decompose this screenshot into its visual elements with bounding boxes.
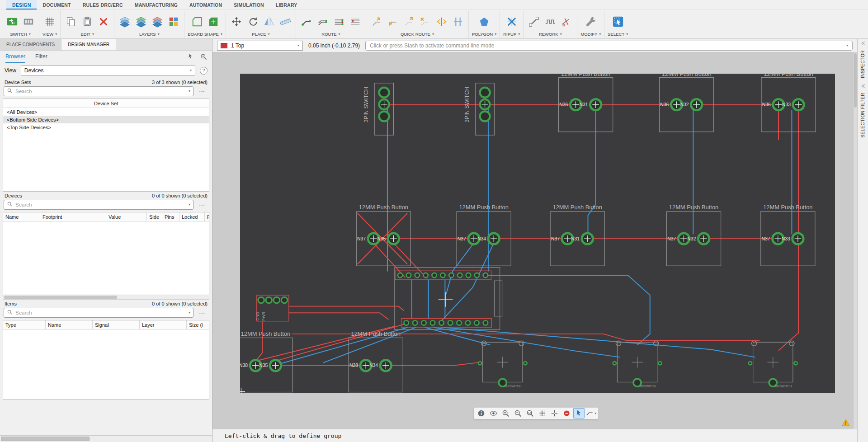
view-select[interactable]: Devices ▾ xyxy=(21,66,195,75)
column-header-side[interactable]: Side xyxy=(147,212,162,221)
quick-route-button[interactable] xyxy=(369,14,384,29)
copy-button[interactable] xyxy=(64,14,78,29)
remove-button[interactable] xyxy=(561,408,572,418)
ruler-button[interactable] xyxy=(278,14,292,29)
polygon-button[interactable] xyxy=(477,14,491,29)
route-button[interactable] xyxy=(299,14,314,29)
zoom-in-button[interactable] xyxy=(500,408,511,418)
unroute-button[interactable] xyxy=(402,14,416,29)
column-header-size-i[interactable]: Size (i xyxy=(187,320,209,329)
device-set-row[interactable]: <All Devices> xyxy=(3,108,209,116)
select-cursor-button[interactable] xyxy=(573,408,585,418)
mirror-button[interactable] xyxy=(262,14,276,29)
crosshair-button[interactable] xyxy=(549,408,560,418)
modify-dropdown-label[interactable]: MODIFY▾ xyxy=(580,32,601,37)
highlight-in-canvas-button[interactable] xyxy=(186,52,196,61)
rework-dropdown-label[interactable]: REWORK▾ xyxy=(539,32,562,37)
menu-item-rules-drc-erc[interactable]: RULES DRC/ERC xyxy=(77,0,129,9)
info-button[interactable] xyxy=(476,408,487,418)
rail-tab-inspector[interactable]: INSPECTOR xyxy=(860,40,866,78)
select-button[interactable] xyxy=(611,14,625,29)
move-button[interactable] xyxy=(229,14,244,29)
board-switch-button[interactable] xyxy=(5,14,19,29)
quick-route-dropdown-label[interactable]: QUICK ROUTE▾ xyxy=(401,32,434,37)
menu-item-simulation[interactable]: SIMULATION xyxy=(228,0,270,9)
view-dropdown-label[interactable]: VIEW▾ xyxy=(42,32,57,37)
delete-button[interactable] xyxy=(96,14,111,29)
command-line-input[interactable]: Click or press Slash to activate command… xyxy=(365,41,853,51)
layer-stack2-button[interactable] xyxy=(134,14,148,29)
zoom-out-button[interactable] xyxy=(512,408,524,418)
warning-badge[interactable] xyxy=(842,419,850,426)
rework-cut-button[interactable] xyxy=(559,14,574,29)
layer-stack-button[interactable] xyxy=(118,14,132,29)
device-sets-search-input[interactable]: Search ▾ xyxy=(4,86,193,96)
layer-stack3-button[interactable] xyxy=(150,14,165,29)
items-more-button[interactable]: ⋯ xyxy=(196,308,208,317)
panel-tab-design-manager[interactable]: DESIGN MANAGER xyxy=(61,39,116,50)
grid-button[interactable] xyxy=(537,408,548,418)
panel-horizontal-scrollbar[interactable] xyxy=(0,435,212,442)
route-dropdown-label[interactable]: ROUTE▾ xyxy=(321,32,340,37)
switch-dropdown-label[interactable]: SWITCH▾ xyxy=(10,32,30,37)
column-header-value[interactable]: Value xyxy=(106,212,147,221)
rework-line-button[interactable] xyxy=(527,14,541,29)
column-header-layer[interactable]: Layer xyxy=(140,320,187,329)
rework-meander-button[interactable] xyxy=(543,14,557,29)
polygon-dropdown-label[interactable]: POLYGON▾ xyxy=(472,32,496,37)
pcb-canvas[interactable]: GNDPWR3PIN SWITCH3PIN SWITCH12MM Push Bu… xyxy=(240,74,835,393)
quick-route-corner-button[interactable] xyxy=(386,14,400,29)
menu-item-document[interactable]: DOCUMENT xyxy=(37,0,76,9)
route-style-button[interactable]: ▾ xyxy=(585,408,597,418)
menu-item-automation[interactable]: AUTOMATION xyxy=(184,0,228,9)
board-fill-button[interactable] xyxy=(206,14,221,29)
select-dropdown-label[interactable]: SELECT▾ xyxy=(608,32,628,37)
wrench-button[interactable] xyxy=(584,14,598,29)
column-header-pins[interactable]: Pins xyxy=(162,212,179,221)
device-set-column-header[interactable]: Device Set xyxy=(3,99,209,108)
route-bus-button[interactable] xyxy=(348,14,363,29)
ripup-button[interactable] xyxy=(505,14,519,29)
board-shape-dropdown-label[interactable]: BOARD SHAPE▾ xyxy=(188,32,222,37)
edit-dropdown-label[interactable]: EDIT▾ xyxy=(80,32,94,37)
layer-select[interactable]: 1 Top ▾ xyxy=(217,41,303,51)
route-multi-button[interactable] xyxy=(332,14,346,29)
subtab-browser[interactable]: Browser xyxy=(5,51,25,63)
devices-horizontal-scrollbar[interactable] xyxy=(3,295,209,300)
device-set-row[interactable]: <Top Side Devices> xyxy=(3,123,209,131)
menu-item-library[interactable]: LIBRARY xyxy=(270,0,303,9)
devices-more-button[interactable]: ⋯ xyxy=(196,200,208,209)
column-header-name[interactable]: Name xyxy=(46,320,93,329)
place-dropdown-label[interactable]: PLACE▾ xyxy=(252,32,269,37)
route-diff-button[interactable] xyxy=(316,14,330,29)
items-search-input[interactable]: Search ▾ xyxy=(4,308,193,318)
rotate-button[interactable] xyxy=(245,14,260,29)
grid-view-button[interactable] xyxy=(42,14,57,29)
collapse-panel-button[interactable] xyxy=(860,83,866,90)
help-button[interactable]: ? xyxy=(200,67,208,75)
board-outline-button[interactable] xyxy=(190,14,204,29)
column-header-p[interactable]: P xyxy=(205,212,209,221)
column-header-signal[interactable]: Signal xyxy=(93,320,140,329)
collapse-panel-button[interactable] xyxy=(860,40,866,48)
device-set-row[interactable]: <Bottom Side Devices> xyxy=(3,116,209,123)
menu-item-manufacturing[interactable]: MANUFACTURING xyxy=(129,0,184,9)
column-header-type[interactable]: Type xyxy=(3,320,46,329)
column-header-footprint[interactable]: Footprint xyxy=(40,212,106,221)
panel-tab-place-components[interactable]: PLACE COMPONENTS xyxy=(0,39,61,50)
fanout-all-button[interactable] xyxy=(451,14,465,29)
eye-button[interactable] xyxy=(488,408,499,418)
layer-colors-button[interactable] xyxy=(166,14,181,29)
pcb-viewport[interactable]: GNDPWR3PIN SWITCH3PIN SWITCH12MM Push Bu… xyxy=(212,52,857,429)
unroute-corner-button[interactable] xyxy=(418,14,433,29)
paste-button[interactable] xyxy=(80,14,94,29)
subtab-filter[interactable]: Filter xyxy=(35,51,47,63)
menu-item-design[interactable]: DESIGN xyxy=(6,0,37,9)
zoom-to-selected-button[interactable] xyxy=(198,52,208,61)
column-header-name[interactable]: Name xyxy=(3,212,40,221)
pcb-board-area[interactable]: GNDPWR3PIN SWITCH3PIN SWITCH12MM Push Bu… xyxy=(240,74,835,393)
device-sets-more-button[interactable]: ⋯ xyxy=(196,87,208,96)
devices-search-input[interactable]: Search ▾ xyxy=(4,200,193,210)
canvas-vertical-scrollbar[interactable] xyxy=(853,52,857,429)
fanout-button[interactable] xyxy=(434,14,449,29)
